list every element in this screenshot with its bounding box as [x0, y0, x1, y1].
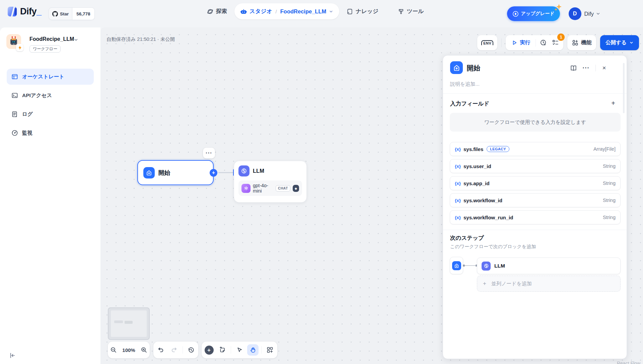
run-button[interactable]: 実行	[508, 39, 534, 46]
minimap-viewport	[111, 310, 147, 337]
note-plus-icon	[219, 347, 226, 353]
chevron-down-icon[interactable]	[596, 11, 600, 16]
chevron-down-icon[interactable]	[329, 9, 333, 14]
nav-knowledge[interactable]: ナレッジ	[345, 8, 380, 15]
add-note-button[interactable]	[217, 344, 228, 356]
upgrade-gem-icon	[512, 11, 519, 17]
divider	[231, 346, 231, 354]
logo-text: Dify_	[20, 6, 42, 17]
features-icon	[572, 40, 578, 46]
upgrade-button[interactable]: アップグレード	[507, 6, 560, 21]
next-step-connector	[464, 265, 477, 266]
zoom-controls: 100%	[108, 342, 150, 358]
nav-tools[interactable]: ツール	[396, 8, 426, 15]
studio-robot-icon	[240, 9, 247, 14]
breadcrumb-studio[interactable]: スタジオ	[249, 8, 272, 15]
breadcrumb: スタジオ / FoodRecipe_LLM	[234, 3, 339, 19]
zap-icon	[18, 46, 22, 50]
github-star-count[interactable]: 56,778	[72, 8, 94, 20]
sidebar-collapse-button[interactable]	[9, 352, 16, 359]
variable-row-sys-workflow-run-id[interactable]: {x} sys.workflow_run_id String	[450, 210, 621, 224]
zoom-in-button[interactable]	[138, 344, 150, 356]
app-name[interactable]: FoodRecipe_LLM	[29, 36, 74, 42]
next-step-subtitle: このワークフローで次のブロックを追加	[450, 244, 536, 250]
description-placeholder[interactable]: 説明を追加...	[450, 81, 480, 87]
variable-row-sys-app-id[interactable]: {x} sys.app_id String	[450, 176, 621, 190]
model-name: gpt-4o-mini	[253, 183, 273, 194]
redo-button[interactable]	[168, 344, 180, 356]
panel-close-button[interactable]: ×	[600, 64, 609, 72]
nav-explore[interactable]: 探索	[205, 8, 229, 15]
panel-more-button[interactable]: ···	[582, 64, 590, 72]
variable-icon: {x}	[455, 215, 461, 220]
undo-button[interactable]	[155, 344, 166, 356]
minimap[interactable]	[108, 307, 150, 340]
model-selector[interactable]: gpt-4o-mini CHAT ◆	[238, 180, 302, 196]
checklist-button[interactable]: 1	[549, 37, 561, 49]
canvas-toolbar: ENV 実行 1 機能	[477, 35, 639, 50]
start-node-icon	[452, 261, 461, 270]
app-avatar[interactable]	[6, 34, 21, 49]
chevron-down-icon	[629, 41, 634, 45]
sidebar-item-monitoring[interactable]: 監視	[7, 125, 94, 141]
variable-row-sys-files[interactable]: {x} sys.files LEGACY Array[File]	[450, 142, 621, 156]
sidebar-item-orchestrate[interactable]: オーケストレート	[7, 69, 94, 85]
dify-workflow-app: { "theme": { "primary": "#155eef", "node…	[0, 0, 643, 364]
chevron-down-icon[interactable]	[74, 38, 78, 42]
node-more-button[interactable]: ···	[203, 148, 215, 158]
start-node[interactable]: 開始 +	[137, 160, 214, 185]
user-avatar[interactable]: D	[569, 7, 581, 20]
divider	[183, 346, 183, 354]
zoom-level[interactable]: 100%	[122, 347, 135, 353]
docs-button[interactable]	[569, 64, 578, 72]
env-button[interactable]: ENV	[477, 35, 497, 50]
variable-row-sys-workflow-id[interactable]: {x} sys.workflow_id String	[450, 193, 621, 207]
logs-icon	[11, 111, 18, 118]
collapse-left-icon	[9, 352, 16, 359]
history-controls	[153, 342, 198, 358]
llm-node[interactable]: LLM gpt-4o-mini CHAT ◆	[234, 161, 307, 203]
monitoring-gauge-icon	[11, 130, 18, 136]
pointer-mode-button[interactable]	[234, 344, 245, 356]
dify-logo-icon	[7, 6, 18, 17]
start-node-icon	[143, 167, 155, 178]
llm-node-icon	[482, 262, 491, 271]
variable-row-sys-user-id[interactable]: {x} sys.user_id String	[450, 159, 621, 173]
github-star-button[interactable]: Star	[49, 8, 72, 20]
add-parallel-node-button[interactable]: + 並列ノードを追加	[477, 276, 621, 292]
sidebar-item-api-access[interactable]: APIアクセス	[7, 87, 94, 103]
next-step-llm-card[interactable]: LLM	[477, 258, 621, 274]
sidebar-item-logs[interactable]: ログ	[7, 106, 94, 122]
history-icon	[188, 347, 195, 353]
account-name[interactable]: Dify	[584, 11, 594, 17]
hand-mode-button[interactable]	[247, 344, 259, 356]
variable-icon: {x}	[455, 164, 461, 169]
panel-title: 開始	[467, 64, 480, 73]
github-star-widget[interactable]: Star 56,778	[49, 7, 95, 20]
divider	[443, 93, 627, 94]
features-button[interactable]: 機能	[567, 35, 596, 50]
zoom-out-button[interactable]	[108, 344, 119, 356]
breadcrumb-app-name[interactable]: FoodRecipe_LLM	[280, 8, 327, 15]
run-history-button[interactable]	[537, 37, 549, 49]
plus-icon: +	[205, 346, 214, 355]
input-fields-hint: ワークフローで使用できる入力を設定します	[450, 113, 621, 132]
clock-play-icon	[540, 39, 547, 46]
brain-icon	[484, 263, 489, 269]
add-connection-handle[interactable]: +	[210, 169, 217, 176]
view-history-button[interactable]	[186, 344, 197, 356]
home-icon	[146, 170, 152, 176]
add-node-button[interactable]: +	[203, 344, 215, 356]
topbar-right: アップグレード D Dify	[507, 0, 600, 27]
knowledge-icon	[347, 8, 353, 15]
publish-button[interactable]: 公開する	[600, 35, 639, 50]
organize-nodes-button[interactable]	[264, 344, 276, 356]
dify-logo[interactable]: Dify_	[7, 6, 42, 17]
add-input-field-button[interactable]: +	[609, 98, 618, 108]
llm-node-icon	[238, 165, 249, 176]
panel-scrollbar[interactable]	[623, 63, 625, 113]
openai-icon	[241, 184, 251, 193]
zoom-out-icon	[110, 347, 117, 353]
sidebar-menu: オーケストレート APIアクセス ログ 監視	[7, 69, 94, 141]
input-fields-heading: 入力フィールド	[450, 100, 489, 107]
